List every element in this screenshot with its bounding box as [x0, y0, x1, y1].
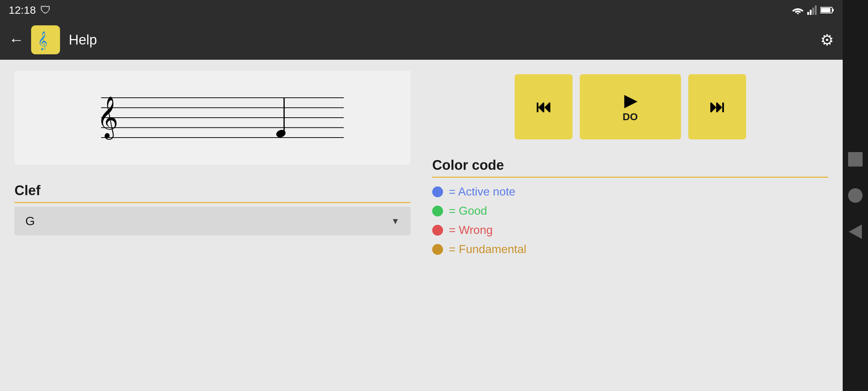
list-item: = Wrong	[432, 223, 828, 237]
treble-clef-icon: 𝄞	[36, 30, 56, 50]
list-item: = Fundamental	[432, 243, 828, 256]
color-code-divider	[432, 177, 828, 178]
side-nav-back-button[interactable]	[849, 224, 862, 239]
chevron-down-icon: ▼	[391, 216, 400, 226]
svg-rect-4	[815, 5, 817, 15]
color-code-section: Color code = Active note = Good = Wrong	[432, 157, 828, 256]
skip-back-icon: ⏮	[536, 98, 552, 116]
app-title: Help	[69, 32, 97, 48]
skip-forward-button[interactable]: ⏭	[688, 74, 746, 139]
fundamental-label: = Fundamental	[449, 243, 526, 256]
phone-area: 12:18 🛡	[0, 0, 843, 391]
status-bar: 12:18 🛡	[0, 0, 843, 20]
active-note-dot	[432, 186, 443, 197]
skip-back-button[interactable]: ⏮	[515, 74, 573, 139]
svg-rect-6	[821, 8, 830, 12]
clef-divider	[14, 202, 410, 203]
back-button[interactable]: ←	[9, 31, 24, 49]
svg-rect-7	[832, 9, 834, 12]
music-staff: 𝄞	[22, 78, 403, 157]
settings-button[interactable]: ⚙	[820, 31, 834, 49]
staff-area: 𝄞	[14, 71, 410, 165]
app-bar-left: ← 𝄞 Help	[9, 25, 97, 54]
active-note-label: = Active note	[449, 185, 515, 198]
signal-icon	[807, 5, 817, 15]
good-label: = Good	[449, 204, 487, 218]
battery-icon	[820, 7, 834, 14]
main-content: 𝄞 Clef G ▼ ⏮	[0, 60, 843, 391]
time-display: 12:18	[9, 4, 36, 16]
svg-rect-3	[812, 8, 814, 15]
svg-point-16	[275, 129, 287, 139]
shield-icon: 🛡	[40, 4, 51, 16]
svg-rect-2	[810, 10, 812, 15]
skip-forward-icon: ⏭	[709, 98, 725, 116]
good-dot	[432, 206, 443, 216]
play-note-label: DO	[623, 111, 638, 123]
app-icon: 𝄞	[31, 25, 60, 54]
svg-text:𝄞: 𝄞	[97, 97, 118, 140]
svg-rect-1	[807, 12, 809, 15]
list-item: = Active note	[432, 185, 828, 198]
play-button[interactable]: ▶ DO	[580, 74, 681, 139]
wrong-label: = Wrong	[449, 223, 493, 237]
color-code-title: Color code	[432, 157, 828, 173]
clef-dropdown[interactable]: G ▼	[14, 207, 410, 235]
playback-controls: ⏮ ▶ DO ⏭	[432, 74, 828, 139]
svg-text:𝄞: 𝄞	[38, 31, 47, 50]
app-bar: ← 𝄞 Help ⚙	[0, 20, 843, 60]
side-nav-square-button[interactable]	[848, 152, 863, 167]
play-icon: ▶	[624, 91, 637, 110]
side-nav	[843, 0, 868, 391]
clef-section: Clef G ▼	[14, 183, 410, 235]
status-bar-right	[792, 5, 834, 15]
clef-title: Clef	[14, 183, 410, 198]
wifi-icon	[792, 6, 804, 14]
svg-point-0	[797, 13, 799, 14]
list-item: = Good	[432, 204, 828, 218]
side-nav-circle-button[interactable]	[848, 188, 863, 203]
wrong-dot	[432, 225, 443, 236]
status-bar-left: 12:18 🛡	[9, 4, 51, 16]
left-panel: 𝄞 Clef G ▼	[14, 71, 410, 380]
fundamental-dot	[432, 244, 443, 255]
clef-value: G	[25, 214, 35, 228]
right-panel: ⏮ ▶ DO ⏭ Color code = Active note	[432, 71, 828, 380]
color-items: = Active note = Good = Wrong = Fundament…	[432, 181, 828, 256]
